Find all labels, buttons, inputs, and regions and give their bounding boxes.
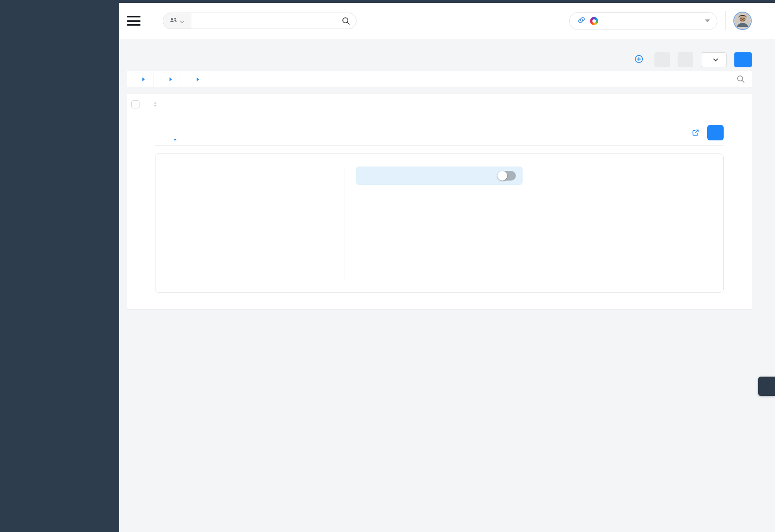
filter-bar: [127, 71, 752, 87]
sort-icon[interactable]: [152, 101, 158, 108]
topbar: [119, 3, 775, 39]
external-link-icon: [692, 129, 699, 137]
deactivate-button[interactable]: [678, 52, 693, 67]
tab-autobackup[interactable]: [155, 130, 157, 140]
link-icon: [577, 16, 586, 26]
triangle-right-icon: [142, 77, 145, 81]
hamburger-menu-icon[interactable]: [127, 16, 140, 26]
plus-circle-icon: [635, 55, 643, 65]
user-activity-link[interactable]: [687, 129, 699, 137]
info-tab-button[interactable]: [758, 377, 775, 396]
sec-groups-filter[interactable]: [181, 71, 208, 87]
chevron-down-icon: [705, 19, 710, 23]
archive-users-button[interactable]: [654, 52, 670, 67]
user-detail-panel: [127, 115, 752, 293]
grant-admin-permissions-row: [356, 167, 523, 185]
global-search: [163, 13, 356, 29]
divider: [127, 309, 752, 310]
top-strip: [0, 0, 775, 3]
settings-button[interactable]: [701, 52, 727, 67]
autobackup-button[interactable]: [734, 52, 752, 67]
chevron-down-icon: [180, 16, 185, 25]
user-is-able-to-heading: [168, 167, 326, 185]
add-users-button[interactable]: [635, 55, 647, 65]
global-search-input[interactable]: [191, 13, 342, 29]
triangle-right-icon: [170, 77, 172, 81]
triangle-right-icon: [197, 77, 199, 81]
select-all-checkbox[interactable]: [131, 100, 140, 108]
remote-status-filter[interactable]: [154, 71, 181, 87]
microsoft365-icon: [590, 17, 598, 25]
role-filter[interactable]: [127, 71, 154, 87]
domain-selector[interactable]: [569, 12, 717, 30]
table-search-input[interactable]: [208, 71, 737, 87]
restore-button[interactable]: [707, 125, 724, 140]
table-header-row: [127, 94, 752, 115]
permissions-card: [155, 153, 724, 293]
sidebar: [0, 0, 119, 532]
chevron-down-icon: [713, 58, 718, 61]
users-table: [127, 94, 752, 310]
tab-member-of[interactable]: [194, 130, 196, 140]
tab-permissions[interactable]: [174, 130, 176, 140]
divider: [725, 11, 726, 30]
search-icon[interactable]: [342, 17, 350, 25]
grant-admin-toggle[interactable]: [497, 171, 516, 181]
page-header: [127, 39, 752, 68]
people-scope-icon: [170, 16, 177, 25]
search-scope-dropdown[interactable]: [163, 13, 191, 29]
user-avatar[interactable]: [733, 12, 752, 30]
main-area: [119, 39, 775, 532]
search-icon[interactable]: [737, 75, 745, 83]
detail-tabs: [155, 125, 724, 146]
